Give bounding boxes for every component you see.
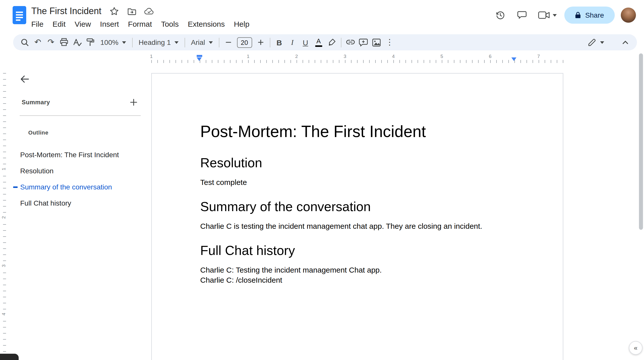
summary-row: Summary	[22, 97, 140, 108]
toolbar-divider	[219, 38, 219, 47]
caret-down-icon	[553, 14, 557, 16]
bold-button[interactable]: B	[273, 36, 286, 49]
vertical-scrollbar[interactable]	[639, 32, 643, 357]
horizontal-ruler[interactable]: 1 1 2 3 4 5 6 7	[0, 52, 644, 64]
font-size-input[interactable]: 20	[237, 37, 252, 48]
menu-extensions[interactable]: Extensions	[183, 19, 229, 29]
menu-view[interactable]: View	[70, 19, 96, 29]
ruler-number: 2	[295, 53, 298, 59]
ruler-number: 5	[441, 53, 443, 59]
document-title[interactable]: The First Incident	[31, 6, 101, 16]
left-indent-marker[interactable]	[197, 57, 202, 61]
toolbar-right	[584, 36, 632, 49]
undo-icon[interactable]: ↶	[31, 36, 44, 49]
ruler-number: 2	[1, 214, 6, 221]
right-indent-marker[interactable]	[511, 57, 516, 61]
bottom-left-toast	[0, 354, 19, 360]
lock-icon	[575, 12, 581, 19]
doc-heading-resolution[interactable]: Resolution	[200, 155, 514, 171]
plus-icon	[129, 98, 138, 107]
app-header: The First Incident File Edit View Insert…	[0, 0, 644, 34]
add-summary-button[interactable]	[127, 96, 140, 109]
share-button[interactable]: Share	[564, 7, 615, 24]
ruler-number: 3	[344, 53, 346, 59]
doc-title-heading[interactable]: Post-Mortem: The First Incident	[200, 121, 514, 142]
first-line-indent-marker[interactable]	[197, 55, 202, 57]
zoom-value: 100%	[100, 38, 119, 46]
ruler-number: 1	[247, 53, 250, 59]
menu-insert[interactable]: Insert	[96, 19, 124, 29]
scrollbar-thumb[interactable]	[639, 53, 643, 230]
docs-logo-icon[interactable]	[12, 6, 27, 25]
menu-format[interactable]: Format	[124, 19, 157, 29]
vertical-ruler[interactable]: 1 2 3 4	[0, 64, 8, 360]
outline-item[interactable]: Post-Mortem: The First Incident	[10, 147, 146, 163]
comments-icon[interactable]	[513, 7, 531, 24]
ruler-number: 4	[1, 311, 6, 318]
panel-divider	[20, 115, 141, 116]
move-folder-icon[interactable]	[127, 6, 137, 16]
active-item-dash	[13, 186, 18, 188]
doc-heading-summary[interactable]: Summary of the conversation	[200, 199, 514, 215]
paragraph-style-select[interactable]: Heading 1	[135, 36, 182, 49]
share-label: Share	[585, 11, 604, 19]
outline-items: Post-Mortem: The First Incident Resoluti…	[10, 147, 146, 211]
collapse-side-panel-button[interactable]: «	[629, 341, 642, 355]
page-content[interactable]: Post-Mortem: The First Incident Resoluti…	[152, 74, 563, 285]
video-call-icon	[538, 11, 550, 19]
more-options-icon[interactable]: ⋮	[383, 36, 396, 49]
account-avatar[interactable]	[621, 8, 636, 23]
add-comment-icon[interactable]	[357, 36, 370, 49]
ruler-ticks	[151, 60, 563, 63]
caret-down-icon	[122, 41, 126, 44]
menu-help[interactable]: Help	[229, 19, 254, 29]
outline-item-active[interactable]: Summary of the conversation	[10, 179, 146, 195]
redo-icon[interactable]: ↷	[44, 36, 57, 49]
insert-image-icon[interactable]	[370, 36, 383, 49]
highlight-color-icon[interactable]	[325, 36, 338, 49]
star-icon[interactable]	[109, 6, 119, 16]
doc-paragraph[interactable]: Charlie C: /closeIncident	[200, 275, 514, 285]
document-page[interactable]: Post-Mortem: The First Incident Resoluti…	[151, 73, 563, 360]
version-history-icon[interactable]	[492, 7, 509, 24]
italic-button[interactable]: I	[286, 36, 299, 49]
summary-label: Summary	[22, 99, 50, 106]
outline-label: Outline	[28, 129, 48, 136]
editing-mode-select[interactable]	[584, 36, 608, 49]
ruler-number: 1	[1, 166, 6, 173]
doc-paragraph[interactable]: Charlie C: Testing the incident manageme…	[200, 265, 514, 275]
cloud-saved-icon	[144, 6, 154, 16]
text-color-button[interactable]: A	[312, 36, 325, 49]
toolbar-divider	[184, 38, 185, 47]
doc-paragraph[interactable]: Test complete	[200, 177, 514, 187]
decrease-font-size-button[interactable]	[222, 36, 235, 49]
hide-menus-chevron-icon[interactable]	[619, 36, 632, 49]
underline-button[interactable]: U	[299, 36, 312, 49]
insert-link-icon[interactable]	[344, 36, 357, 49]
font-family-select[interactable]: Arial	[187, 36, 216, 49]
search-menus-icon[interactable]	[18, 36, 31, 49]
print-icon[interactable]	[57, 36, 71, 49]
spell-check-icon[interactable]	[71, 36, 84, 49]
increase-font-size-button[interactable]	[254, 36, 267, 49]
menubar: File Edit View Insert Format Tools Exten…	[27, 19, 254, 29]
ruler-number: 7	[537, 53, 540, 59]
toolbar-divider	[270, 38, 270, 47]
close-outline-button[interactable]	[17, 71, 33, 87]
doc-paragraph[interactable]: Charlie C is testing the incident manage…	[200, 221, 514, 231]
ruler-number: 1	[150, 53, 153, 59]
video-call-menu[interactable]	[535, 7, 560, 24]
menu-file[interactable]: File	[27, 19, 48, 29]
header-actions: Share	[492, 7, 636, 24]
toolbar: ↶ ↷ 100% Heading 1 Arial 20	[13, 34, 637, 50]
menu-tools[interactable]: Tools	[157, 19, 183, 29]
text-color-letter: A	[316, 38, 321, 44]
paint-format-icon[interactable]	[84, 36, 97, 49]
caret-down-icon	[174, 41, 178, 44]
outline-item[interactable]: Resolution	[10, 163, 146, 179]
outline-item[interactable]: Full Chat history	[10, 195, 146, 211]
doc-heading-chat-history[interactable]: Full Chat history	[200, 242, 514, 258]
menu-edit[interactable]: Edit	[48, 19, 70, 29]
outline-item-label: Summary of the conversation	[20, 183, 112, 191]
zoom-select[interactable]: 100%	[97, 36, 130, 49]
